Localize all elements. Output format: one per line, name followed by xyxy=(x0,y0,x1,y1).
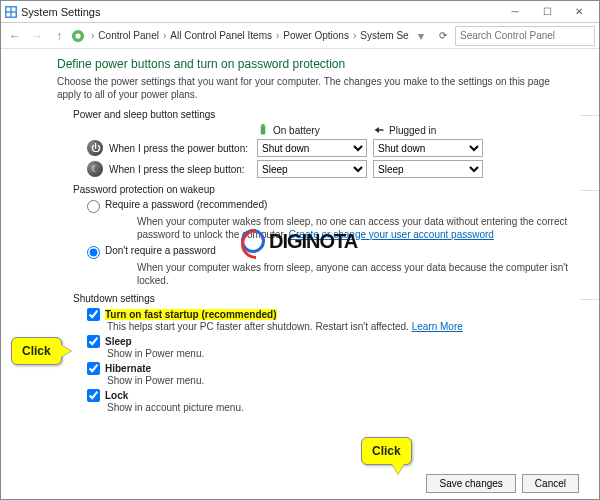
svg-rect-1 xyxy=(7,7,11,11)
save-changes-button[interactable]: Save changes xyxy=(426,474,515,493)
crumb-3[interactable]: System Settings xyxy=(360,30,409,41)
callout-fast-startup: Click xyxy=(11,337,62,365)
content-area: Define power buttons and turn on passwor… xyxy=(1,49,599,424)
col-plugged: Plugged in xyxy=(389,125,436,136)
sleep-battery-select[interactable]: Sleep xyxy=(257,160,367,178)
sleep-icon: ☾ xyxy=(87,161,103,177)
svg-rect-2 xyxy=(12,7,16,11)
col-battery: On battery xyxy=(273,125,320,136)
history-dropdown[interactable]: ▾ xyxy=(411,26,431,46)
search-input[interactable] xyxy=(455,26,595,46)
page-heading: Define power buttons and turn on passwor… xyxy=(57,57,575,71)
hibernate-desc: Show in Power menu. xyxy=(107,375,575,386)
section-shutdown: Shutdown settings xyxy=(73,293,575,304)
svg-rect-4 xyxy=(12,12,16,16)
crumb-2[interactable]: Power Options xyxy=(283,30,349,41)
forward-button[interactable]: → xyxy=(27,26,47,46)
cancel-button[interactable]: Cancel xyxy=(522,474,579,493)
sleep-desc: Show in Power menu. xyxy=(107,348,575,359)
control-panel-icon xyxy=(71,29,85,43)
titlebar: System Settings ─ ☐ ✕ xyxy=(1,1,599,23)
dont-require-password-desc: When your computer wakes from sleep, any… xyxy=(137,262,575,287)
require-password-radio[interactable]: Require a password (recommended) xyxy=(87,199,575,213)
power-battery-select[interactable]: Shut down xyxy=(257,139,367,157)
hibernate-checkbox[interactable]: Hibernate xyxy=(87,362,575,375)
power-plugged-select[interactable]: Shut down xyxy=(373,139,483,157)
lock-desc: Show in account picture menu. xyxy=(107,402,575,413)
page-description: Choose the power settings that you want … xyxy=(57,75,575,101)
crumb-1[interactable]: All Control Panel Items xyxy=(170,30,272,41)
sleep-checkbox[interactable]: Sleep xyxy=(87,335,575,348)
dont-require-password-radio[interactable]: Don't require a password xyxy=(87,245,575,259)
svg-rect-8 xyxy=(262,124,265,126)
sleep-plugged-select[interactable]: Sleep xyxy=(373,160,483,178)
callout-save-changes: Click xyxy=(361,437,412,465)
svg-rect-7 xyxy=(261,126,266,135)
toolbar: ← → ↑ › Control Panel› All Control Panel… xyxy=(1,23,599,49)
breadcrumb[interactable]: › Control Panel› All Control Panel Items… xyxy=(87,30,409,41)
learn-more-link[interactable]: Learn More xyxy=(412,321,463,332)
close-button[interactable]: ✕ xyxy=(563,1,595,23)
account-password-link[interactable]: Create or change your user account passw… xyxy=(289,229,494,240)
lock-checkbox[interactable]: Lock xyxy=(87,389,575,402)
svg-point-6 xyxy=(75,33,80,38)
sleep-button-label: When I press the sleep button: xyxy=(109,164,245,175)
app-icon xyxy=(5,6,17,18)
maximize-button[interactable]: ☐ xyxy=(531,1,563,23)
svg-rect-3 xyxy=(7,12,11,16)
up-button[interactable]: ↑ xyxy=(49,26,69,46)
fast-startup-desc: This helps start your PC faster after sh… xyxy=(107,321,575,332)
power-icon: ⏻ xyxy=(87,140,103,156)
battery-icon xyxy=(257,124,269,136)
plugged-icon xyxy=(373,124,385,136)
fast-startup-checkbox[interactable]: Turn on fast startup (recommended) xyxy=(87,308,575,321)
refresh-button[interactable]: ⟳ xyxy=(433,26,453,46)
back-button[interactable]: ← xyxy=(5,26,25,46)
section-power-sleep: Power and sleep button settings xyxy=(73,109,575,120)
power-button-label: When I press the power button: xyxy=(109,143,248,154)
section-password: Password protection on wakeup xyxy=(73,184,575,195)
require-password-desc: When your computer wakes from sleep, no … xyxy=(137,216,575,241)
minimize-button[interactable]: ─ xyxy=(499,1,531,23)
window-title: System Settings xyxy=(21,6,499,18)
crumb-0[interactable]: Control Panel xyxy=(98,30,159,41)
